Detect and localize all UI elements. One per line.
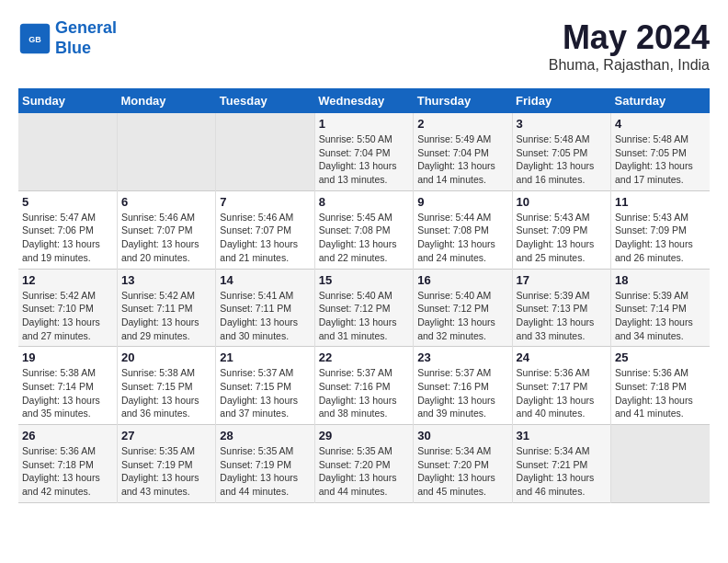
calendar-cell: 23Sunrise: 5:37 AMSunset: 7:16 PMDayligh… (414, 347, 512, 425)
calendar-cell: 30Sunrise: 5:34 AMSunset: 7:20 PMDayligh… (414, 425, 512, 503)
day-number: 18 (615, 273, 706, 287)
day-number: 14 (220, 273, 310, 287)
calendar-cell: 19Sunrise: 5:38 AMSunset: 7:14 PMDayligh… (18, 347, 117, 425)
calendar-week-4: 19Sunrise: 5:38 AMSunset: 7:14 PMDayligh… (18, 347, 710, 425)
calendar-cell: 18Sunrise: 5:39 AMSunset: 7:14 PMDayligh… (611, 269, 710, 347)
calendar-cell: 11Sunrise: 5:43 AMSunset: 7:09 PMDayligh… (611, 190, 710, 269)
day-number: 24 (517, 350, 607, 364)
day-info: Sunrise: 5:35 AMSunset: 7:19 PMDaylight:… (220, 444, 310, 499)
calendar-week-1: 1Sunrise: 5:50 AMSunset: 7:04 PMDaylight… (18, 113, 710, 190)
weekday-row: SundayMondayTuesdayWednesdayThursdayFrid… (18, 88, 710, 113)
calendar-cell: 22Sunrise: 5:37 AMSunset: 7:16 PMDayligh… (314, 347, 413, 425)
day-info: Sunrise: 5:44 AMSunset: 7:08 PMDaylight:… (417, 211, 507, 265)
calendar-cell: 21Sunrise: 5:37 AMSunset: 7:15 PMDayligh… (216, 347, 314, 425)
day-info: Sunrise: 5:43 AMSunset: 7:09 PMDaylight:… (615, 211, 706, 265)
day-info: Sunrise: 5:45 AMSunset: 7:08 PMDaylight:… (319, 211, 409, 265)
logo-text: General Blue (55, 18, 117, 58)
calendar-cell: 13Sunrise: 5:42 AMSunset: 7:11 PMDayligh… (117, 269, 215, 347)
day-info: Sunrise: 5:39 AMSunset: 7:14 PMDaylight:… (615, 289, 706, 343)
weekday-header-friday: Friday (512, 88, 610, 113)
day-number: 10 (517, 195, 607, 209)
calendar-week-3: 12Sunrise: 5:42 AMSunset: 7:10 PMDayligh… (18, 269, 710, 347)
day-info: Sunrise: 5:37 AMSunset: 7:16 PMDaylight:… (417, 366, 507, 420)
calendar-cell: 3Sunrise: 5:48 AMSunset: 7:05 PMDaylight… (512, 113, 610, 190)
day-number: 22 (319, 350, 409, 364)
day-info: Sunrise: 5:36 AMSunset: 7:18 PMDaylight:… (22, 444, 113, 499)
calendar-week-2: 5Sunrise: 5:47 AMSunset: 7:06 PMDaylight… (18, 190, 710, 269)
day-info: Sunrise: 5:42 AMSunset: 7:11 PMDaylight:… (121, 289, 211, 343)
day-info: Sunrise: 5:50 AMSunset: 7:04 PMDaylight:… (319, 132, 409, 187)
calendar-cell: 28Sunrise: 5:35 AMSunset: 7:19 PMDayligh… (216, 425, 314, 503)
day-number: 3 (517, 117, 607, 131)
day-number: 16 (417, 273, 507, 287)
month-title: May 2024 (549, 18, 710, 57)
calendar-cell: 17Sunrise: 5:39 AMSunset: 7:13 PMDayligh… (512, 269, 610, 347)
calendar-cell: 12Sunrise: 5:42 AMSunset: 7:10 PMDayligh… (18, 269, 117, 347)
day-number: 29 (319, 429, 409, 442)
day-number: 28 (220, 429, 310, 442)
logo-icon: GB (18, 22, 51, 55)
weekday-header-wednesday: Wednesday (314, 88, 413, 113)
day-info: Sunrise: 5:40 AMSunset: 7:12 PMDaylight:… (319, 289, 409, 343)
day-number: 9 (417, 195, 507, 209)
calendar-cell: 6Sunrise: 5:46 AMSunset: 7:07 PMDaylight… (117, 190, 215, 269)
day-info: Sunrise: 5:42 AMSunset: 7:10 PMDaylight:… (22, 289, 113, 343)
day-info: Sunrise: 5:34 AMSunset: 7:20 PMDaylight:… (417, 444, 507, 499)
calendar-cell (117, 113, 215, 190)
day-info: Sunrise: 5:39 AMSunset: 7:13 PMDaylight:… (517, 289, 607, 343)
title-block: May 2024 Bhuma, Rajasthan, India (549, 18, 710, 74)
day-info: Sunrise: 5:37 AMSunset: 7:16 PMDaylight:… (319, 366, 409, 420)
day-info: Sunrise: 5:48 AMSunset: 7:05 PMDaylight:… (517, 132, 607, 187)
day-number: 8 (319, 195, 409, 209)
day-number: 20 (121, 350, 211, 364)
day-number: 23 (417, 350, 507, 364)
day-info: Sunrise: 5:35 AMSunset: 7:19 PMDaylight:… (121, 444, 211, 499)
calendar-cell: 24Sunrise: 5:36 AMSunset: 7:17 PMDayligh… (512, 347, 610, 425)
svg-text:GB: GB (28, 34, 41, 43)
day-number: 21 (220, 350, 310, 364)
day-info: Sunrise: 5:37 AMSunset: 7:15 PMDaylight:… (220, 366, 310, 420)
day-info: Sunrise: 5:43 AMSunset: 7:09 PMDaylight:… (517, 211, 607, 265)
calendar-cell: 2Sunrise: 5:49 AMSunset: 7:04 PMDaylight… (414, 113, 512, 190)
day-number: 2 (417, 117, 507, 131)
day-number: 30 (417, 429, 507, 442)
day-number: 6 (121, 195, 211, 209)
calendar-cell: 7Sunrise: 5:46 AMSunset: 7:07 PMDaylight… (216, 190, 314, 269)
day-info: Sunrise: 5:49 AMSunset: 7:04 PMDaylight:… (417, 132, 507, 187)
calendar-cell: 25Sunrise: 5:36 AMSunset: 7:18 PMDayligh… (611, 347, 710, 425)
calendar-body: 1Sunrise: 5:50 AMSunset: 7:04 PMDaylight… (18, 113, 710, 502)
weekday-header-saturday: Saturday (611, 88, 710, 113)
calendar-cell: 5Sunrise: 5:47 AMSunset: 7:06 PMDaylight… (18, 190, 117, 269)
day-number: 11 (615, 195, 706, 209)
calendar-cell: 9Sunrise: 5:44 AMSunset: 7:08 PMDaylight… (414, 190, 512, 269)
day-number: 4 (615, 117, 706, 131)
calendar-header: SundayMondayTuesdayWednesdayThursdayFrid… (18, 88, 710, 113)
weekday-header-thursday: Thursday (414, 88, 512, 113)
calendar-cell (611, 425, 710, 503)
calendar-cell: 29Sunrise: 5:35 AMSunset: 7:20 PMDayligh… (314, 425, 413, 503)
day-info: Sunrise: 5:48 AMSunset: 7:05 PMDaylight:… (615, 132, 706, 187)
calendar-cell: 20Sunrise: 5:38 AMSunset: 7:15 PMDayligh… (117, 347, 215, 425)
calendar-cell (216, 113, 314, 190)
calendar-cell: 27Sunrise: 5:35 AMSunset: 7:19 PMDayligh… (117, 425, 215, 503)
day-info: Sunrise: 5:41 AMSunset: 7:11 PMDaylight:… (220, 289, 310, 343)
weekday-header-tuesday: Tuesday (216, 88, 314, 113)
location: Bhuma, Rajasthan, India (549, 57, 710, 74)
weekday-header-sunday: Sunday (18, 88, 117, 113)
day-info: Sunrise: 5:38 AMSunset: 7:15 PMDaylight:… (121, 366, 211, 420)
day-info: Sunrise: 5:47 AMSunset: 7:06 PMDaylight:… (22, 211, 113, 265)
calendar-cell: 8Sunrise: 5:45 AMSunset: 7:08 PMDaylight… (314, 190, 413, 269)
day-info: Sunrise: 5:34 AMSunset: 7:21 PMDaylight:… (517, 444, 607, 499)
calendar-cell: 31Sunrise: 5:34 AMSunset: 7:21 PMDayligh… (512, 425, 610, 503)
day-number: 27 (121, 429, 211, 442)
calendar-cell: 14Sunrise: 5:41 AMSunset: 7:11 PMDayligh… (216, 269, 314, 347)
calendar-cell: 15Sunrise: 5:40 AMSunset: 7:12 PMDayligh… (314, 269, 413, 347)
day-info: Sunrise: 5:35 AMSunset: 7:20 PMDaylight:… (319, 444, 409, 499)
calendar-cell (18, 113, 117, 190)
day-number: 31 (517, 429, 607, 442)
logo: GB General Blue (18, 18, 117, 58)
day-number: 5 (22, 195, 113, 209)
day-number: 15 (319, 273, 409, 287)
day-info: Sunrise: 5:36 AMSunset: 7:18 PMDaylight:… (615, 366, 706, 420)
page-header: GB General Blue May 2024 Bhuma, Rajastha… (18, 18, 710, 74)
